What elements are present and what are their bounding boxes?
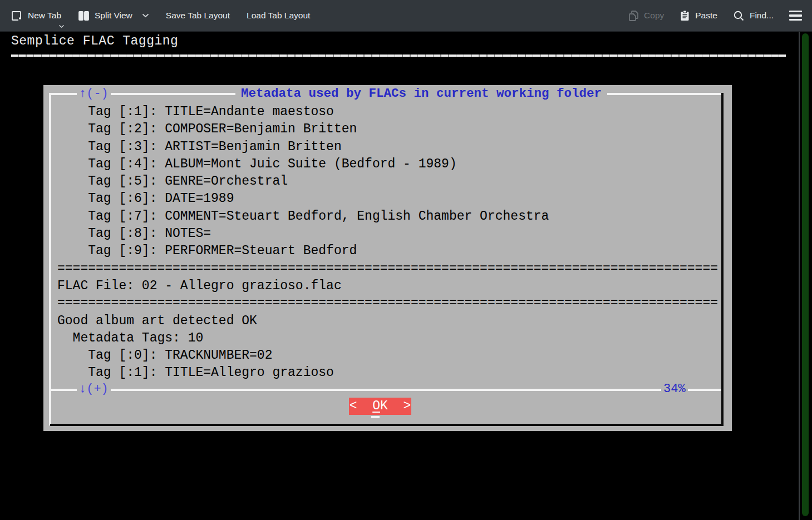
- find-label: Find...: [750, 11, 774, 21]
- metadata-tag-count-line: Metadata Tags: 10: [57, 330, 720, 347]
- dialog-border-right: [721, 93, 724, 425]
- dialog-divider: ========================================…: [57, 260, 720, 278]
- search-icon: [733, 10, 745, 22]
- paste-button[interactable]: Paste: [680, 10, 717, 22]
- toolbar: New Tab Split View Save Tab: [0, 0, 812, 32]
- dialog-line: Tag [:1]: TITLE=Andante maestoso: [57, 103, 720, 121]
- load-tab-layout-button[interactable]: Load Tab Layout: [247, 11, 310, 21]
- dialog-line: Tag [:9]: PERFORMER=Steuart Bedford: [57, 242, 720, 260]
- dialog-separator: [51, 389, 721, 391]
- copy-icon: [628, 10, 639, 22]
- dialog-line: Tag [:8]: NOTES=: [57, 225, 720, 242]
- terminal: Semplice FLAC Tagging ↑(-) Metadata used…: [0, 32, 812, 520]
- find-button[interactable]: Find...: [733, 10, 774, 22]
- dialog-line: Tag [:5]: GENRE=Orchestral: [57, 173, 720, 190]
- dialog-title: Metadata used by FLACs in current workin…: [235, 85, 607, 102]
- hamburger-icon: [789, 11, 802, 12]
- dialog-line: Tag [:3]: ARTIST=Benjamin Britten: [57, 138, 720, 156]
- new-tab-label: New Tab: [28, 11, 61, 21]
- metadata-dialog: ↑(-) Metadata used by FLACs in current w…: [43, 85, 732, 431]
- dialog-line: Tag [:4]: ALBUM=Mont Juic Suite (Bedford…: [57, 156, 720, 173]
- save-tab-layout-label: Save Tab Layout: [166, 11, 230, 21]
- save-tab-layout-button[interactable]: Save Tab Layout: [166, 11, 230, 21]
- scroll-percent: 34%: [661, 380, 688, 398]
- load-tab-layout-label: Load Tab Layout: [247, 11, 310, 21]
- new-tab-button[interactable]: New Tab: [11, 10, 61, 22]
- paste-icon: [680, 10, 690, 22]
- dialog-line: Tag [:2]: COMPOSER=Benjamin Britten: [57, 121, 720, 138]
- terminal-title: Semplice FLAC Tagging: [11, 34, 178, 48]
- dialog-line: Tag [:1]: TITLE=Allegro grazioso: [57, 364, 720, 382]
- terminal-hrule: [11, 55, 786, 57]
- album-art-status-line: Good album art detected OK: [57, 313, 720, 330]
- chevron-down-icon[interactable]: [58, 24, 65, 28]
- split-view-button[interactable]: Split View: [78, 11, 149, 21]
- terminal-cursor: [371, 416, 380, 418]
- chevron-down-icon[interactable]: [142, 13, 149, 18]
- copy-label: Copy: [644, 11, 664, 21]
- scroll-down-indicator: ↓(+): [77, 380, 111, 398]
- menu-button[interactable]: [789, 11, 802, 21]
- paste-label: Paste: [695, 11, 717, 21]
- scroll-up-indicator: ↑(-): [77, 85, 111, 102]
- copy-button: Copy: [628, 10, 664, 22]
- ok-hotkey: O: [372, 399, 380, 413]
- flac-file-line: FLAC File: 02 - Allegro grazioso.flac: [57, 278, 720, 295]
- dialog-line: Tag [:0]: TRACKNUMBER=02: [57, 347, 720, 364]
- new-tab-icon: [11, 10, 23, 22]
- ok-button[interactable]: < OK >: [349, 398, 411, 415]
- scrollbar-track-line: [799, 32, 800, 520]
- split-view-icon: [78, 11, 90, 21]
- dialog-line: Tag [:7]: COMMENT=Steuart Bedford, Engli…: [57, 208, 720, 225]
- dialog-content: Tag [:1]: TITLE=Andante maestoso Tag [:2…: [57, 103, 720, 382]
- dialog-border-bottom: [50, 424, 724, 426]
- dialog-line: Tag [:6]: DATE=1989: [57, 190, 720, 207]
- scrollbar-thumb[interactable]: [802, 33, 809, 516]
- dialog-border-left: [49, 93, 51, 425]
- split-view-label: Split View: [95, 11, 132, 21]
- dialog-divider: ========================================…: [57, 295, 720, 312]
